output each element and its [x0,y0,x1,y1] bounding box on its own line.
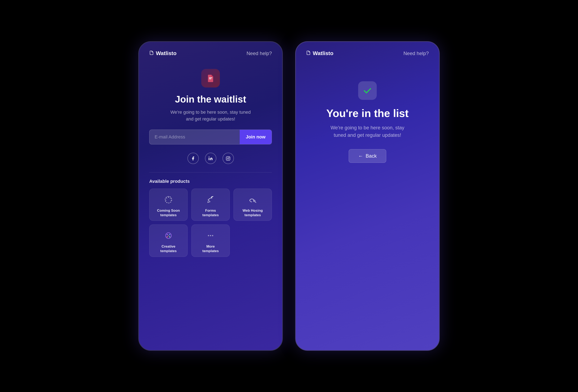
web-hosting-icon [247,194,258,205]
success-subtitle: We're going to be here soon, stay tuned … [324,124,411,139]
creative-label: Creativetemplates [160,244,177,253]
forms-label: Formstemplates [202,208,219,218]
brand-logo-2: Watlisto [306,50,333,56]
phone2-header: Watlisto Need help? [296,42,439,61]
phone1-content: Join the waitlist We're going to be here… [139,61,282,350]
back-label: Back [366,153,377,159]
svg-point-7 [168,197,169,198]
svg-point-21 [208,235,209,236]
brand-logo: Watlisto [149,50,177,56]
subtitle: We're going to be here soon, stay tuned … [169,109,252,122]
forms-icon [205,194,216,205]
available-products-label: Available products [149,179,190,184]
svg-rect-3 [226,157,230,160]
svg-point-20 [168,235,169,236]
svg-point-2 [209,157,209,157]
svg-point-16 [167,234,168,235]
back-arrow-icon: ← [358,153,363,159]
svg-point-13 [253,200,255,202]
success-title: You're in the list [326,107,409,120]
app-icon [205,73,216,83]
product-card-web-hosting[interactable]: Web Hosingtemplates [234,189,272,221]
creative-icon [163,230,174,241]
svg-point-8 [170,198,171,199]
brand-doc-icon-2 [306,50,311,56]
product-card-more[interactable]: Moretemplates [191,224,230,257]
svg-rect-1 [209,158,209,160]
product-card-creative[interactable]: Creativetemplates [149,224,188,257]
checkmark-icon [362,85,373,96]
svg-point-10 [166,198,167,199]
svg-point-22 [210,235,211,236]
success-icon-wrapper [358,81,377,100]
help-link-2[interactable]: Need help? [403,50,429,56]
brand-doc-icon [149,50,154,56]
svg-point-11 [166,200,166,201]
main-title: Join the waitlist [175,94,246,105]
phone-2: Watlisto Need help? You're in the list W… [295,41,440,351]
coming-soon-label: Coming Soontemplates [157,208,180,218]
phones-container: Watlisto Need help? Join the waitlist We… [138,41,440,351]
more-icon [205,230,216,241]
svg-point-18 [167,236,168,237]
back-button[interactable]: ← Back [349,149,386,163]
svg-point-4 [227,158,229,159]
svg-point-19 [169,236,170,237]
svg-point-9 [171,200,171,201]
svg-point-17 [169,234,170,235]
phone1-header: Watlisto Need help? [139,42,282,61]
brand-name: Watlisto [156,50,177,56]
svg-point-5 [229,157,229,157]
brand-name-2: Watlisto [313,50,333,56]
products-grid: Coming Soontemplates Formstemplates [149,189,272,221]
facebook-icon[interactable] [188,153,199,164]
web-hosting-label: Web Hosingtemplates [242,208,263,218]
product-card-forms[interactable]: Formstemplates [191,189,230,221]
svg-point-23 [212,235,213,236]
phone-1: Watlisto Need help? Join the waitlist We… [138,41,283,351]
products-grid-2: Creativetemplates Moretemplates [149,224,272,257]
instagram-icon[interactable] [223,153,234,164]
email-form: Join now [149,130,272,144]
social-icons [188,153,234,164]
svg-line-14 [255,202,256,203]
svg-line-12 [208,196,213,200]
app-icon-wrapper [201,69,220,87]
product-card-coming-soon[interactable]: Coming Soontemplates [149,189,188,221]
phone2-content: You're in the list We're going to be her… [296,61,439,350]
email-input[interactable] [149,130,240,144]
linkedin-icon[interactable] [205,153,216,164]
more-label: Moretemplates [202,244,219,253]
coming-soon-icon [163,194,174,205]
join-button[interactable]: Join now [240,130,272,144]
help-link[interactable]: Need help? [246,50,272,56]
divider [149,172,272,173]
